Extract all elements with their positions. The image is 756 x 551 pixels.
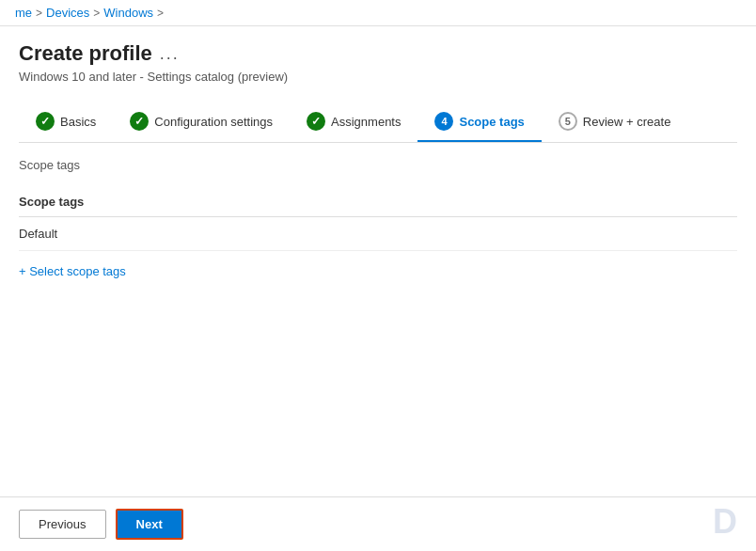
breadcrumb-bar: me > Devices > Windows > <box>0 0 756 26</box>
watermark: D <box>713 502 737 542</box>
main-content: Create profile ... Windows 10 and later … <box>0 26 756 293</box>
more-options-icon[interactable]: ... <box>160 44 180 64</box>
scope-tag-default: Default <box>19 217 737 251</box>
breadcrumb-windows[interactable]: Windows <box>103 6 153 20</box>
page-title: Create profile <box>19 41 152 66</box>
breadcrumb: me > Devices > Windows > <box>15 6 164 20</box>
tab-review[interactable]: 5 Review + create <box>542 102 688 142</box>
tab-basics[interactable]: ✓ Basics <box>19 102 113 142</box>
select-scope-tags-link[interactable]: + Select scope tags <box>19 264 126 278</box>
tab-basics-label: Basics <box>60 115 96 129</box>
tab-review-step: 5 <box>565 116 571 127</box>
page-header: Create profile ... <box>19 41 737 66</box>
tab-scope-label: Scope tags <box>459 115 524 129</box>
check-icon: ✓ <box>40 115 50 128</box>
tab-config-icon: ✓ <box>130 112 149 131</box>
breadcrumb-devices[interactable]: Devices <box>46 6 89 20</box>
scope-tags-section: Scope tags Default + Select scope tags <box>19 187 737 278</box>
breadcrumb-sep-2: > <box>93 7 100 20</box>
section-label: Scope tags <box>19 158 737 172</box>
tab-assignments[interactable]: ✓ Assignments <box>290 102 417 142</box>
tab-review-label: Review + create <box>583 115 671 129</box>
check-icon-3: ✓ <box>311 115 321 128</box>
tab-review-icon: 5 <box>559 112 577 131</box>
page-subtitle: Windows 10 and later - Settings catalog … <box>19 70 737 84</box>
tab-scope-tags[interactable]: 4 Scope tags <box>417 102 541 142</box>
scope-tags-table: Scope tags Default <box>19 187 737 251</box>
tab-scope-step: 4 <box>441 116 447 127</box>
check-icon-2: ✓ <box>134 115 144 128</box>
tab-basics-icon: ✓ <box>36 112 55 131</box>
breadcrumb-sep-3: > <box>157 7 164 20</box>
footer: Previous Next <box>0 496 756 551</box>
breadcrumb-home[interactable]: me <box>15 6 32 20</box>
previous-button[interactable]: Previous <box>19 510 106 539</box>
tab-scope-icon: 4 <box>434 112 453 131</box>
tab-assignments-icon: ✓ <box>307 112 325 131</box>
tab-config-label: Configuration settings <box>154 115 273 129</box>
tab-config[interactable]: ✓ Configuration settings <box>113 102 290 142</box>
scope-tags-col-header: Scope tags <box>19 187 737 217</box>
breadcrumb-sep-1: > <box>36 7 42 20</box>
next-button[interactable]: Next <box>116 509 183 540</box>
tab-assignments-label: Assignments <box>331 115 401 129</box>
wizard-tabs: ✓ Basics ✓ Configuration settings ✓ Assi… <box>19 102 737 143</box>
table-row: Default <box>19 217 737 251</box>
